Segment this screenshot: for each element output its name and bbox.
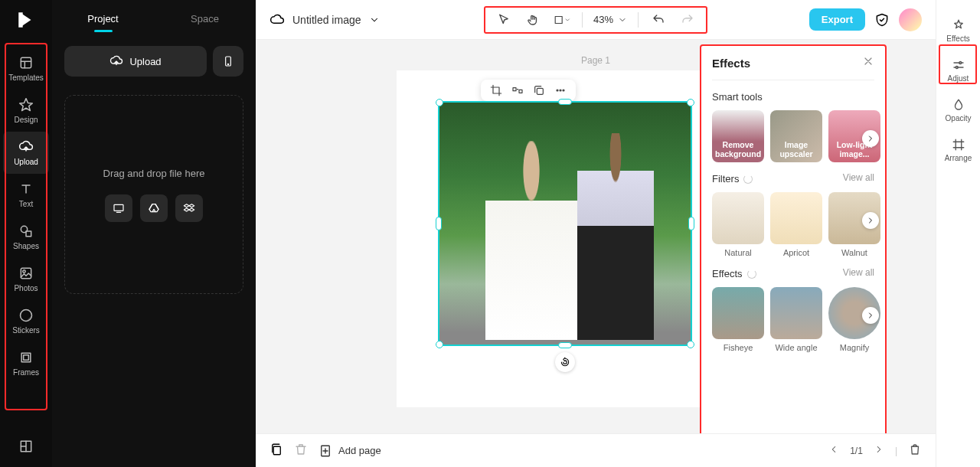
effects-panel: Effects Smart tools Remove background Im… bbox=[700, 44, 887, 455]
avatar[interactable] bbox=[899, 8, 922, 31]
main-area: Untitled image 43% Export Page 1 bbox=[256, 0, 936, 467]
effect-wide-angle[interactable]: Wide angle bbox=[770, 287, 822, 352]
filter-apricot[interactable]: Apricot bbox=[770, 192, 822, 257]
rr-effects[interactable]: Effects bbox=[939, 11, 978, 51]
rr-opacity[interactable]: Opacity bbox=[939, 90, 978, 130]
resize-handle-w[interactable] bbox=[436, 217, 442, 230]
tab-space[interactable]: Space bbox=[154, 0, 256, 37]
dropzone[interactable]: Drag and drop file here bbox=[64, 95, 243, 294]
resize-handle-e[interactable] bbox=[688, 217, 694, 230]
resize-handle-n[interactable] bbox=[558, 99, 572, 105]
filter-natural[interactable]: Natural bbox=[712, 192, 764, 257]
svg-rect-16 bbox=[537, 88, 543, 94]
wedding-photo bbox=[439, 103, 691, 345]
svg-rect-12 bbox=[114, 204, 123, 211]
effects-heading: Effects bbox=[712, 268, 756, 279]
tab-project[interactable]: Project bbox=[52, 0, 154, 37]
effect-fisheye[interactable]: Fisheye bbox=[712, 287, 764, 352]
upload-button[interactable]: Upload bbox=[64, 46, 207, 77]
add-page-button[interactable]: Add page bbox=[318, 444, 381, 458]
smart-tools-next[interactable] bbox=[862, 130, 879, 147]
smart-tools-heading: Smart tools bbox=[712, 91, 874, 103]
canvas[interactable]: Page 1 bbox=[256, 40, 936, 467]
rail-shapes[interactable]: Shapes bbox=[3, 216, 49, 258]
source-dropbox[interactable] bbox=[175, 194, 203, 222]
page[interactable] bbox=[397, 70, 733, 407]
crop-icon[interactable] bbox=[490, 84, 502, 96]
next-page[interactable] bbox=[874, 444, 884, 457]
rail-photos[interactable]: Photos bbox=[3, 258, 49, 300]
effects-next[interactable] bbox=[862, 307, 879, 324]
svg-rect-4 bbox=[21, 268, 31, 278]
pages-icon[interactable] bbox=[270, 443, 283, 459]
right-rail: Effects Adjust Opacity Arrange bbox=[936, 0, 980, 467]
svg-rect-15 bbox=[519, 90, 522, 93]
rail-frames[interactable]: Frames bbox=[3, 342, 49, 384]
svg-rect-20 bbox=[273, 446, 280, 455]
redo-button[interactable] bbox=[678, 11, 697, 29]
svg-point-5 bbox=[23, 270, 25, 273]
filters-heading: Filters bbox=[712, 173, 753, 185]
export-button[interactable]: Export bbox=[809, 8, 865, 31]
effects-panel-title: Effects bbox=[712, 57, 750, 70]
svg-rect-8 bbox=[24, 355, 29, 361]
effects-view-all[interactable]: View all bbox=[843, 267, 874, 278]
svg-rect-3 bbox=[26, 231, 31, 237]
hand-tool[interactable] bbox=[524, 11, 542, 29]
rr-adjust[interactable]: Adjust bbox=[939, 51, 978, 90]
smart-tool-remove-bg[interactable]: Remove background bbox=[712, 110, 764, 162]
page-label: Page 1 bbox=[581, 55, 610, 66]
loading-icon bbox=[747, 269, 756, 279]
rotate-handle[interactable] bbox=[555, 352, 575, 372]
rail-stickers[interactable]: Stickers bbox=[3, 300, 49, 342]
resize-handle-sw[interactable] bbox=[436, 341, 443, 348]
resize-handle-se[interactable] bbox=[687, 341, 694, 348]
prev-page[interactable] bbox=[828, 444, 839, 457]
rail-design[interactable]: Design bbox=[3, 90, 49, 132]
left-rail: Templates Design Upload Text Shapes Phot… bbox=[0, 0, 52, 467]
upload-mobile-button[interactable] bbox=[213, 46, 243, 77]
selection-toolbar bbox=[481, 80, 576, 101]
svg-point-23 bbox=[956, 67, 958, 69]
crop-tool[interactable] bbox=[553, 11, 571, 29]
app-logo[interactable] bbox=[14, 8, 38, 32]
svg-point-18 bbox=[560, 90, 561, 91]
delete-icon[interactable] bbox=[294, 443, 308, 459]
close-button[interactable] bbox=[862, 55, 874, 70]
pager: 1/1 bbox=[850, 446, 863, 456]
rail-upload[interactable]: Upload bbox=[3, 132, 49, 174]
svg-rect-14 bbox=[513, 88, 516, 91]
undo-button[interactable] bbox=[649, 11, 668, 29]
source-google-drive[interactable] bbox=[140, 194, 168, 222]
doc-title[interactable]: Untitled image bbox=[292, 14, 361, 26]
more-icon[interactable] bbox=[554, 84, 567, 96]
rail-templates[interactable]: Templates bbox=[3, 47, 49, 90]
filters-next[interactable] bbox=[862, 212, 879, 229]
duplicate-icon[interactable] bbox=[533, 84, 545, 96]
chevron-down-icon[interactable] bbox=[369, 15, 380, 25]
resize-handle-s[interactable] bbox=[558, 342, 572, 348]
loading-icon bbox=[743, 175, 753, 184]
rr-arrange[interactable]: Arrange bbox=[939, 130, 978, 170]
source-device[interactable] bbox=[105, 194, 132, 222]
bottom-bar: Add page 1/1 | bbox=[256, 433, 936, 467]
svg-point-22 bbox=[959, 62, 961, 64]
select-tool[interactable] bbox=[495, 11, 513, 29]
flip-icon[interactable] bbox=[511, 84, 524, 96]
smart-tool-upscaler[interactable]: Image upscaler bbox=[770, 110, 822, 162]
svg-rect-0 bbox=[18, 12, 22, 28]
zoom-control[interactable]: 43% bbox=[593, 14, 627, 25]
resize-handle-nw[interactable] bbox=[436, 99, 443, 106]
sidebar: Project Space Upload Drag and drop file … bbox=[52, 0, 256, 467]
shield-icon[interactable] bbox=[874, 12, 890, 28]
svg-point-19 bbox=[563, 90, 564, 91]
svg-point-17 bbox=[557, 90, 558, 91]
rail-text[interactable]: Text bbox=[3, 174, 49, 216]
rail-layout[interactable] bbox=[3, 425, 49, 467]
svg-rect-1 bbox=[21, 57, 31, 67]
selected-image[interactable] bbox=[438, 101, 692, 346]
resize-handle-ne[interactable] bbox=[687, 99, 694, 106]
canvas-toolbar: 43% bbox=[484, 6, 707, 34]
shopping-bag-icon[interactable] bbox=[908, 443, 922, 459]
filters-view-all[interactable]: View all bbox=[843, 172, 874, 183]
